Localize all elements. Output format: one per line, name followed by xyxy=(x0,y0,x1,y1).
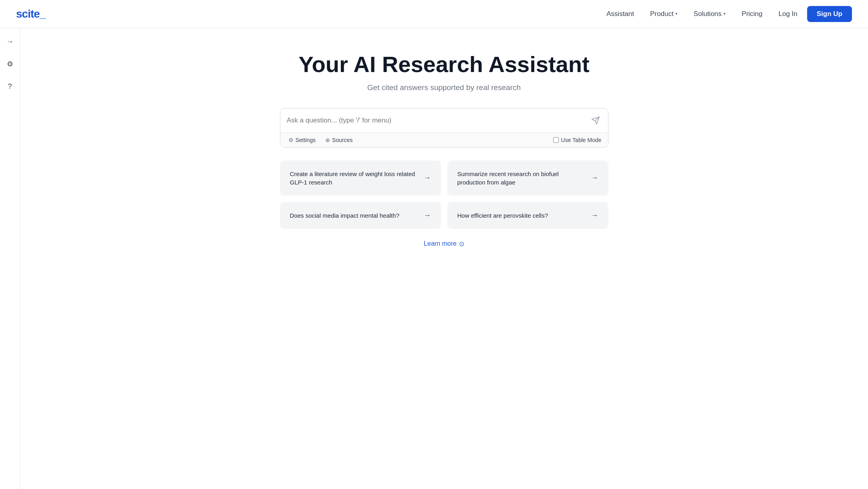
search-input[interactable] xyxy=(287,108,590,132)
nav-product[interactable]: Product ▾ xyxy=(644,7,684,21)
search-toolbar: ⚙ Settings ⊕ Sources Use Table Mode xyxy=(280,132,608,147)
sidebar-arrow-icon[interactable]: → xyxy=(3,34,17,49)
solutions-chevron-icon: ▾ xyxy=(723,11,726,16)
suggestion-arrow-icon: → xyxy=(424,174,431,182)
learn-more-button[interactable]: Learn more ⊙ xyxy=(424,240,464,248)
suggestion-card[interactable]: Does social media impact mental health? … xyxy=(280,202,441,229)
suggestions-grid: Create a literature review of weight los… xyxy=(280,160,608,229)
suggestion-arrow-icon: → xyxy=(591,211,598,220)
suggestion-card[interactable]: Create a literature review of weight los… xyxy=(280,160,441,196)
search-container: ⚙ Settings ⊕ Sources Use Table Mode xyxy=(280,108,608,148)
signup-button[interactable]: Sign Up xyxy=(807,6,852,22)
table-mode-checkbox[interactable] xyxy=(553,137,559,143)
hero-title: Your AI Research Assistant xyxy=(298,52,589,77)
nav-assistant[interactable]: Assistant xyxy=(600,7,640,21)
sidebar-help-icon[interactable]: ? xyxy=(3,79,17,94)
suggestion-card[interactable]: Summarize recent research on biofuel pro… xyxy=(447,160,608,196)
table-mode-toggle[interactable]: Use Table Mode xyxy=(553,137,602,143)
logo[interactable]: scite_ xyxy=(16,8,45,20)
learn-more-icon: ⊙ xyxy=(459,240,464,248)
hero-subtitle: Get cited answers supported by real rese… xyxy=(367,83,521,92)
suggestion-arrow-icon: → xyxy=(424,211,431,220)
sidebar: → ⚙ ? xyxy=(0,28,20,489)
suggestion-text: How efficient are perovskite cells? xyxy=(457,211,591,220)
search-submit-button[interactable] xyxy=(590,114,602,126)
search-input-row xyxy=(280,108,608,132)
nav-right: Assistant Product ▾ Solutions ▾ Pricing … xyxy=(600,6,852,22)
sources-icon: ⊕ xyxy=(325,137,330,143)
main-content: Your AI Research Assistant Get cited ans… xyxy=(20,28,868,264)
suggestion-text: Does social media impact mental health? xyxy=(290,211,424,220)
sidebar-settings-icon[interactable]: ⚙ xyxy=(3,57,17,71)
toolbar-left: ⚙ Settings ⊕ Sources xyxy=(287,136,354,144)
suggestion-arrow-icon: → xyxy=(591,174,598,182)
suggestion-text: Create a literature review of weight los… xyxy=(290,170,424,186)
settings-icon: ⚙ xyxy=(288,137,294,143)
sources-toolbar-button[interactable]: ⊕ Sources xyxy=(324,136,354,144)
send-icon xyxy=(591,116,600,125)
login-button[interactable]: Log In xyxy=(772,7,804,21)
product-chevron-icon: ▾ xyxy=(675,11,678,16)
suggestion-text: Summarize recent research on biofuel pro… xyxy=(457,170,591,186)
nav-pricing[interactable]: Pricing xyxy=(735,7,769,21)
navigation: scite_ Assistant Product ▾ Solutions ▾ P… xyxy=(0,0,868,28)
suggestion-card[interactable]: How efficient are perovskite cells? → xyxy=(447,202,608,229)
nav-solutions[interactable]: Solutions ▾ xyxy=(687,7,732,21)
settings-toolbar-button[interactable]: ⚙ Settings xyxy=(287,136,318,144)
